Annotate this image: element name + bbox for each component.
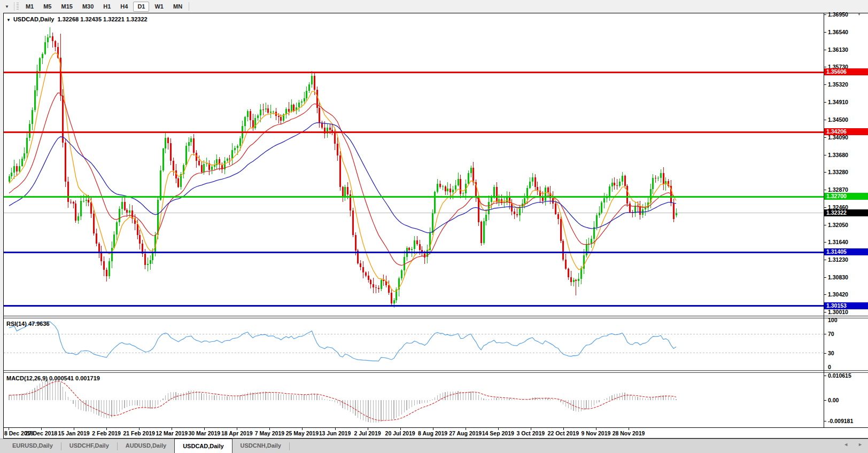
date-tick-label: 2 Feb 2019 — [92, 430, 121, 436]
price-level-badge: 1.35606 — [824, 68, 868, 75]
price-tick-mark — [824, 207, 826, 208]
price-tick-mark — [824, 277, 826, 278]
timeframe-button-w1[interactable]: W1 — [150, 2, 168, 12]
chart-tab-usdchf[interactable]: USDCHF,Daily — [61, 439, 117, 453]
macd-tick-label: -0.009181 — [828, 418, 853, 424]
date-tick-label: 20 Jul 2019 — [385, 430, 415, 436]
date-tick-label: 27 Dec 2018 — [25, 430, 57, 436]
date-tick-label: 30 Mar 2019 — [189, 430, 221, 436]
toolbar-separator — [14, 2, 14, 11]
chart-shift-marker-icon: ▼ — [857, 11, 862, 17]
macd-tick-mark — [824, 421, 826, 421]
price-tick-label: 1.32050 — [828, 222, 848, 228]
rsi-label: RSI(14) 47.9636 — [6, 321, 50, 327]
macd-tick-mark — [824, 376, 826, 376]
chart-tab-audusd[interactable]: AUDUSD,Daily — [118, 439, 174, 453]
price-tick-label: 1.31230 — [828, 256, 848, 263]
tab-scroll-arrows: ◄ ► — [843, 442, 863, 447]
rsi-tick-mark — [824, 334, 826, 334]
price-tick-label: 1.30420 — [828, 291, 848, 298]
price-tick-mark — [824, 312, 826, 313]
price-tick-label: 1.34910 — [828, 99, 848, 105]
date-tick-label: 22 Oct 2019 — [548, 430, 579, 436]
price-tick-label: 1.36950 — [828, 11, 848, 18]
price-tick-mark — [824, 67, 826, 67]
date-tick-label: 3 Oct 2019 — [517, 430, 545, 436]
rsi-tick-label: 0 — [828, 364, 831, 370]
price-axis-border — [824, 13, 824, 427]
tab-scroll-left-icon[interactable]: ◄ — [843, 442, 848, 447]
chart-title: ▼USDCAD,Daily 1.32268 1.32435 1.32221 1.… — [6, 16, 148, 22]
current-price-badge: 1.32322 — [824, 209, 868, 216]
price-tick-label: 1.30010 — [828, 309, 848, 315]
timeframe-toolbar: ▼ M1M5M15M30H1H4D1W1MN — [0, 0, 868, 13]
macd-tick-mark — [824, 400, 826, 401]
chart-title-ohlc: 1.32268 1.32435 1.32221 1.32322 — [57, 16, 147, 22]
rsi-tick-mark — [824, 353, 826, 354]
price-tick-label: 1.36540 — [828, 29, 848, 35]
tab-scroll-right-icon[interactable]: ► — [858, 442, 863, 447]
date-tick-label: 2 Jul 2019 — [354, 430, 381, 436]
chart-dropdown-icon[interactable]: ▼ — [2, 3, 12, 10]
price-tick-label: 1.33680 — [828, 152, 848, 158]
price-tick-mark — [824, 32, 826, 33]
timeframe-button-h4[interactable]: H4 — [116, 2, 132, 12]
rsi-tick-label: 100 — [828, 317, 838, 323]
chart-tab-usdcad[interactable]: USDCAD,Daily — [174, 439, 232, 453]
price-tick-mark — [824, 84, 826, 85]
main-price-chart — [4, 13, 824, 316]
price-tick-mark — [824, 225, 826, 225]
price-tick-mark — [824, 294, 826, 295]
timeframe-button-h1[interactable]: H1 — [99, 2, 115, 12]
price-tick-mark — [824, 260, 826, 260]
tab-separator — [289, 442, 290, 450]
chart-tab-eurusd[interactable]: EURUSD,Daily — [4, 439, 61, 453]
timeframe-button-m30[interactable]: M30 — [78, 2, 98, 12]
date-tick-label: 18 Apr 2019 — [221, 430, 253, 436]
date-tick-label: 9 Nov 2019 — [581, 430, 610, 436]
date-tick-label: 7 May 2019 — [255, 430, 284, 436]
price-tick-mark — [824, 242, 826, 243]
date-tick-label: 8 Aug 2019 — [418, 430, 447, 436]
price-tick-label: 1.33280 — [828, 169, 848, 175]
timeframe-button-m5[interactable]: M5 — [39, 2, 56, 12]
price-tick-mark — [824, 120, 826, 120]
price-level-badge: 1.30153 — [824, 302, 868, 309]
price-tick-label: 1.31640 — [828, 239, 848, 245]
date-tick-label: 25 May 2019 — [286, 430, 319, 436]
date-tick-label: 12 Mar 2019 — [156, 430, 188, 436]
price-level-badge: 1.32700 — [824, 193, 868, 200]
price-tick-mark — [824, 14, 826, 15]
price-tick-label: 1.30830 — [828, 274, 848, 280]
price-tick-mark — [824, 102, 826, 103]
date-tick-label: 14 Sep 2019 — [482, 430, 514, 436]
price-tick-mark — [824, 155, 826, 155]
price-tick-mark — [824, 190, 826, 190]
price-level-badge: 1.31405 — [824, 248, 868, 255]
macd-indicator-pane — [4, 373, 824, 427]
chart-tab-usdcnh[interactable]: USDCNH,Daily — [232, 439, 289, 453]
price-tick-mark — [824, 137, 826, 138]
chart-title-symbol: USDCAD,Daily — [13, 16, 54, 22]
timeframe-button-mn[interactable]: MN — [169, 2, 187, 12]
toolbar-grip-handle[interactable] — [17, 3, 19, 11]
rsi-tick-label: 30 — [828, 350, 834, 356]
rsi-tick-label: 70 — [828, 331, 834, 337]
chart-tab-bar: EURUSD,DailyUSDCHF,DailyAUDUSD,DailyUSDC… — [0, 439, 868, 453]
price-level-badge: 1.34206 — [824, 128, 868, 135]
date-tick-label: 13 Jun 2019 — [319, 430, 351, 436]
time-axis-border — [4, 427, 868, 428]
price-tick-label: 1.36130 — [828, 46, 848, 53]
timeframe-button-m15[interactable]: M15 — [57, 2, 76, 12]
timeframe-button-m1[interactable]: M1 — [21, 2, 38, 12]
chart-title-collapse-icon[interactable]: ▼ — [6, 18, 11, 22]
mt4-window: ▼ M1M5M15M30H1H4D1W1MN ▼USDCAD,Daily 1.3… — [0, 0, 868, 453]
macd-tick-label: 0.010615 — [828, 372, 851, 379]
price-tick-mark — [824, 172, 826, 173]
date-tick-label: 28 Nov 2019 — [613, 430, 645, 436]
price-tick-label: 1.32870 — [828, 186, 848, 193]
price-tick-label: 1.35320 — [828, 81, 848, 88]
price-tick-mark — [824, 50, 826, 50]
rsi-indicator-pane — [4, 318, 824, 370]
timeframe-button-d1[interactable]: D1 — [133, 2, 149, 12]
